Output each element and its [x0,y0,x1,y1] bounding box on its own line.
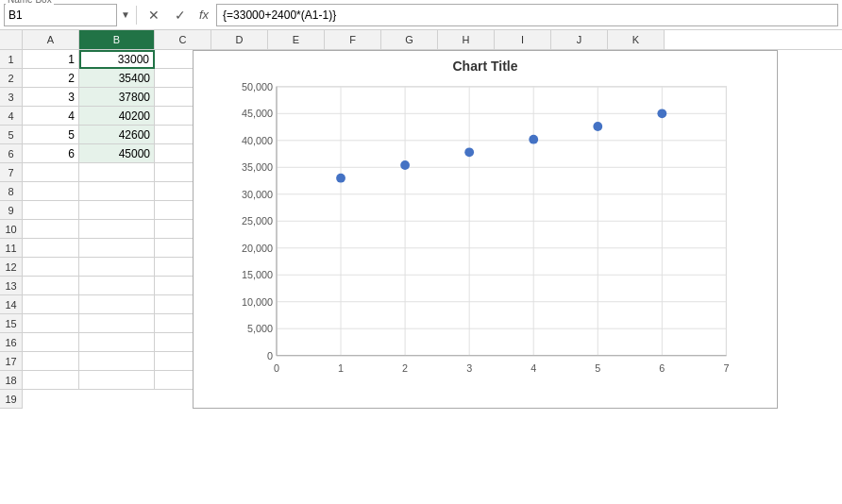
cell-b2[interactable]: 35400 [79,69,155,88]
cell-a6[interactable]: 6 [23,144,79,163]
row-num-7: 7 [0,163,23,182]
svg-text:3: 3 [466,362,472,374]
col-header-e[interactable]: E [268,30,325,49]
col-header-c[interactable]: C [155,30,211,49]
cell-b6[interactable]: 45000 [79,144,155,163]
name-box-container: Name Box [4,4,117,26]
svg-point-41 [336,174,345,183]
cell-b7[interactable] [79,163,155,182]
svg-text:1: 1 [338,362,344,374]
svg-text:7: 7 [723,362,729,374]
svg-text:5: 5 [595,362,600,374]
cell-a2[interactable]: 2 [23,69,79,88]
svg-point-46 [657,109,666,118]
svg-text:30,000: 30,000 [242,189,273,200]
col-header-b[interactable]: B [79,30,155,49]
svg-point-43 [464,147,474,157]
row-num-6: 6 [0,144,23,163]
svg-text:2: 2 [402,362,408,374]
toolbar-separator [136,6,137,25]
svg-point-42 [400,160,410,170]
cell-b4[interactable]: 40200 [79,107,155,126]
col-header-h[interactable]: H [438,30,495,49]
cell-b1[interactable]: 33000 [79,50,155,69]
row-num-1: 1 [0,50,23,69]
col-header-j[interactable]: J [551,30,608,49]
row-numbers: 1 2 3 4 5 6 7 8 9 10 11 12 13 14 15 16 1… [0,50,23,409]
row-num-18: 18 [0,371,23,390]
row-num-13: 13 [0,277,23,295]
cell-a3[interactable]: 3 [23,88,79,107]
col-header-d[interactable]: D [211,30,268,49]
col-header-a[interactable]: A [23,30,79,49]
svg-text:15,000: 15,000 [242,269,273,280]
chart-title: Chart Title [201,59,769,74]
svg-text:20,000: 20,000 [242,243,273,254]
cell-b5[interactable]: 42600 [79,126,155,144]
chart-svg: 05,00010,00015,00020,00025,00030,00035,0… [201,77,769,393]
cancel-button[interactable]: ✕ [143,4,165,26]
cell-a5[interactable]: 5 [23,126,79,144]
svg-text:4: 4 [530,362,536,374]
col-header-i[interactable]: I [495,30,551,49]
name-box-label: Name Box [6,0,54,5]
svg-text:0: 0 [274,362,279,374]
svg-point-45 [593,122,602,131]
row-num-5: 5 [0,126,23,144]
fx-label: fx [199,8,209,22]
svg-text:0: 0 [267,350,273,361]
row-num-2: 2 [0,69,23,88]
grid-body: 1 2 3 4 5 6 7 8 9 10 11 12 13 14 15 16 1… [0,50,842,409]
svg-text:40,000: 40,000 [242,135,273,146]
cell-a7[interactable] [23,163,79,182]
spreadsheet: A B C D E F G H I J K 1 2 3 4 5 6 7 8 9 … [0,30,842,409]
column-headers: A B C D E F G H I J K [0,30,842,50]
cell-a1[interactable]: 1 [23,50,79,69]
svg-text:25,000: 25,000 [242,215,273,227]
svg-text:10,000: 10,000 [242,296,273,308]
row-num-14: 14 [0,295,23,314]
chart-area[interactable]: Chart Title 05,00010,00015,00020,00025,0… [193,50,778,409]
dropdown-icon[interactable]: ▼ [121,9,130,20]
formula-bar[interactable] [216,4,838,26]
cell-b3[interactable]: 37800 [79,88,155,107]
cell-a4[interactable]: 4 [23,107,79,126]
svg-text:6: 6 [659,362,665,374]
svg-text:35,000: 35,000 [242,161,273,173]
confirm-button[interactable]: ✓ [169,4,192,26]
svg-point-44 [529,135,538,144]
row-num-16: 16 [0,333,23,352]
svg-text:45,000: 45,000 [242,108,273,119]
col-header-k[interactable]: K [608,30,665,49]
row-num-3: 3 [0,88,23,107]
col-header-f[interactable]: F [325,30,381,49]
row-num-9: 9 [0,201,23,220]
row-num-17: 17 [0,352,23,371]
row-num-11: 11 [0,239,23,258]
row-num-10: 10 [0,220,23,239]
row-num-8: 8 [0,182,23,201]
svg-text:50,000: 50,000 [242,81,273,92]
row-num-12: 12 [0,258,23,277]
svg-text:5,000: 5,000 [247,323,273,334]
row-num-19: 19 [0,390,23,409]
col-header-g[interactable]: G [381,30,438,49]
toolbar: Name Box ▼ ✕ ✓ fx [0,0,842,30]
row-num-4: 4 [0,107,23,126]
corner-header [0,30,23,49]
row-num-15: 15 [0,314,23,333]
name-box-input[interactable] [4,4,117,26]
